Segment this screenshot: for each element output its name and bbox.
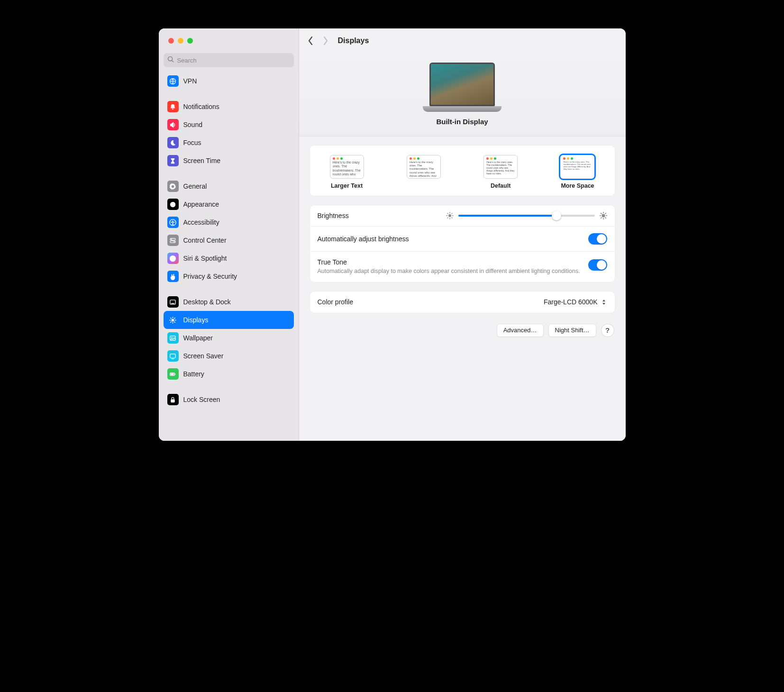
svg-point-11	[172, 319, 174, 321]
screensaver-icon	[167, 350, 179, 362]
svg-point-21	[171, 337, 172, 338]
sidebar-item-privacy-security[interactable]: Privacy & Security	[164, 267, 294, 285]
globe-icon	[167, 75, 179, 87]
forward-button[interactable]	[323, 36, 328, 45]
color-profile-select[interactable]: Farge-LCD 6000K	[544, 298, 607, 306]
resolution-panel: Here's to the crazy ones. The troublemak…	[310, 145, 615, 196]
auto-brightness-toggle[interactable]	[588, 233, 607, 245]
content-area: Displays Built-in Display Here's to the …	[299, 28, 626, 441]
hand-icon	[167, 271, 179, 282]
svg-rect-26	[175, 373, 175, 375]
svg-line-36	[447, 218, 448, 218]
brightness-row: Brightness	[310, 205, 615, 226]
zoom-button[interactable]	[187, 38, 193, 44]
gear-icon	[167, 181, 179, 192]
sidebar-list[interactable]: VPNNotificationsSoundFocusScreen TimeGen…	[159, 72, 299, 441]
moon-icon	[167, 137, 179, 148]
true-tone-toggle[interactable]	[588, 259, 607, 271]
sidebar-item-appearance[interactable]: Appearance	[164, 195, 294, 213]
true-tone-label: True Tone	[318, 258, 588, 266]
sidebar: VPNNotificationsSoundFocusScreen TimeGen…	[159, 28, 299, 441]
svg-line-43	[605, 218, 605, 218]
window-controls	[159, 28, 299, 53]
brightness-low-icon	[446, 212, 454, 219]
back-button[interactable]	[308, 36, 313, 45]
sidebar-item-wallpaper[interactable]: Wallpaper	[164, 329, 294, 347]
svg-rect-10	[171, 303, 175, 304]
sidebar-item-label: Sound	[183, 121, 202, 128]
svg-line-42	[601, 213, 601, 214]
svg-line-35	[452, 213, 452, 214]
siri-icon	[167, 253, 179, 264]
svg-line-17	[174, 321, 175, 322]
sidebar-item-general[interactable]: General	[164, 177, 294, 195]
true-tone-description: Automatically adapt display to make colo…	[318, 267, 588, 275]
resolution-option-3[interactable]: Here's to the crazy ones. The troublemak…	[560, 155, 594, 189]
sidebar-item-label: Lock Screen	[183, 396, 220, 403]
svg-point-37	[602, 214, 605, 218]
color-profile-row: Color profile Farge-LCD 6000K	[310, 291, 615, 313]
svg-point-7	[173, 241, 174, 242]
sidebar-item-vpn[interactable]: VPN	[164, 72, 294, 90]
night-shift-button[interactable]: Night Shift…	[548, 324, 596, 337]
resolution-option-2[interactable]: Here's to the crazy ones. The troublemak…	[483, 155, 518, 189]
display-name: Built-in Display	[436, 118, 488, 126]
bell-icon	[167, 101, 179, 112]
display-illustration	[423, 63, 501, 112]
color-profile-value: Farge-LCD 6000K	[544, 298, 598, 306]
sidebar-item-accessibility[interactable]: Accessibility	[164, 213, 294, 231]
brightness-panel: Brightness A	[310, 205, 615, 282]
search-input[interactable]	[177, 57, 290, 64]
brightness-track[interactable]	[458, 215, 595, 217]
resolution-option-label: Default	[491, 182, 511, 189]
display-hero: Built-in Display	[299, 53, 626, 137]
sidebar-item-desktop-dock[interactable]: Desktop & Dock	[164, 293, 294, 311]
resolution-thumb: Here's to the crazy ones. The troublemak…	[483, 155, 518, 179]
sidebar-item-label: Desktop & Dock	[183, 298, 231, 306]
svg-line-45	[601, 218, 601, 218]
color-profile-panel: Color profile Farge-LCD 6000K	[310, 291, 615, 313]
accessibility-icon	[167, 217, 179, 228]
wallpaper-icon	[167, 332, 179, 344]
sidebar-item-label: Displays	[183, 316, 209, 324]
sidebar-item-label: Screen Saver	[183, 352, 224, 360]
minimize-button[interactable]	[178, 38, 183, 44]
resolution-thumb: Here's to the crazy ones. The troublemak…	[407, 155, 441, 179]
svg-line-19	[171, 321, 171, 322]
svg-line-18	[174, 318, 175, 318]
brightness-high-icon	[600, 212, 607, 219]
help-button[interactable]: ?	[601, 324, 614, 337]
dock-icon	[167, 296, 179, 308]
system-settings-window: VPNNotificationsSoundFocusScreen TimeGen…	[159, 28, 626, 441]
search-field[interactable]	[164, 53, 294, 67]
svg-rect-25	[171, 373, 174, 374]
sidebar-item-screen-time[interactable]: Screen Time	[164, 152, 294, 170]
close-button[interactable]	[168, 38, 174, 44]
appearance-icon	[167, 199, 179, 210]
sidebar-item-screen-saver[interactable]: Screen Saver	[164, 347, 294, 365]
brightness-thumb[interactable]	[552, 211, 561, 220]
sidebar-item-control-center[interactable]: Control Center	[164, 231, 294, 249]
sidebar-item-lock-screen[interactable]: Lock Screen	[164, 391, 294, 409]
sidebar-item-sound[interactable]: Sound	[164, 116, 294, 134]
sidebar-item-notifications[interactable]: Notifications	[164, 98, 294, 116]
resolution-option-label	[423, 182, 424, 189]
sidebar-item-label: Accessibility	[183, 219, 219, 226]
resolution-option-0[interactable]: Here's to the crazy ones. The troublemak…	[330, 155, 364, 189]
resolution-option-label: Larger Text	[331, 182, 363, 189]
sidebar-item-battery[interactable]: Battery	[164, 365, 294, 383]
switches-icon	[167, 235, 179, 246]
footer-buttons: Advanced… Night Shift… ?	[310, 322, 615, 338]
advanced-button[interactable]: Advanced…	[497, 324, 544, 337]
brightness-label: Brightness	[318, 212, 446, 219]
sidebar-item-label: Focus	[183, 139, 201, 146]
sidebar-item-siri-spotlight[interactable]: Siri & Spotlight	[164, 249, 294, 267]
svg-point-5	[171, 238, 172, 239]
hourglass-icon	[167, 155, 179, 166]
resolution-option-label: More Space	[561, 182, 594, 189]
resolution-option-1[interactable]: Here's to the crazy ones. The troublemak…	[407, 155, 441, 189]
sidebar-item-focus[interactable]: Focus	[164, 134, 294, 152]
svg-point-8	[170, 255, 176, 261]
brightness-slider[interactable]	[446, 212, 607, 219]
sidebar-item-displays[interactable]: Displays	[164, 311, 294, 329]
